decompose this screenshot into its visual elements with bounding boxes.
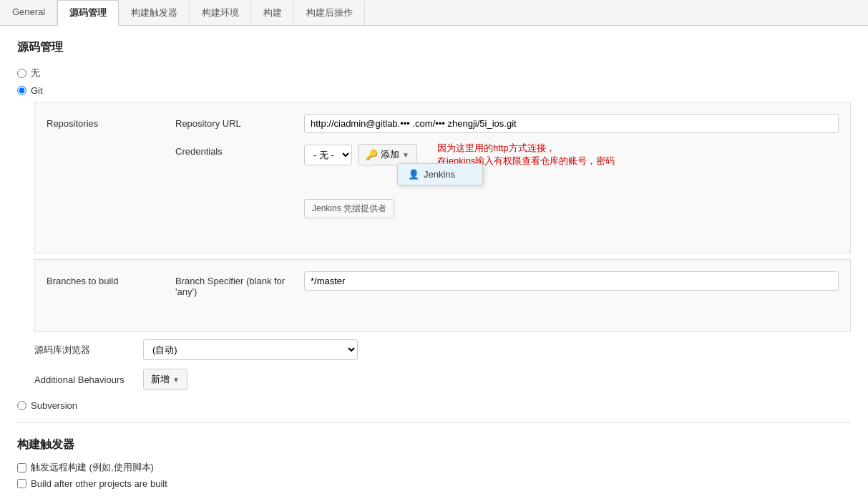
key-icon: 🔑 — [366, 149, 378, 160]
comment-line1: 因为这里用的http方式连接， — [437, 142, 615, 155]
source-browser-select[interactable]: (自动) — [143, 339, 358, 360]
credentials-input-row: - 无 - 🔑 添加 ▼ 因为这里用的http方式连接， — [304, 142, 839, 168]
git-panel: Repositories Repository URL Credentials — [34, 102, 851, 253]
branch-specifier-label: Branch Specifier (blank for 'any') — [175, 271, 304, 297]
content-area: 源码管理 无 Git Repositories Repository URL — [0, 26, 868, 504]
tab-post-build[interactable]: 构建后操作 — [294, 0, 365, 25]
tab-env[interactable]: 构建环境 — [190, 0, 251, 25]
radio-git-label[interactable]: Git — [31, 85, 43, 96]
radio-subversion-label[interactable]: Subversion — [31, 400, 77, 411]
remote-build-checkbox[interactable] — [17, 463, 26, 472]
radio-none-label[interactable]: 无 — [31, 67, 40, 79]
source-browser-label: 源码库浏览器 — [34, 344, 135, 357]
repositories-content: Repository URL Credentials - 无 - — [175, 114, 839, 230]
remote-build-label[interactable]: 触发远程构建 (例如,使用脚本) — [31, 461, 154, 474]
repositories-label: Repositories — [47, 114, 175, 129]
credentials-select[interactable]: - 无 - — [304, 145, 352, 165]
branch-specifier-input-wrap — [304, 271, 839, 291]
repositories-section: Repositories Repository URL Credentials — [47, 114, 839, 230]
radio-git-group: Git — [17, 85, 851, 96]
radio-none-group: 无 — [17, 67, 851, 79]
repo-url-label: Repository URL — [175, 114, 304, 129]
additional-behaviours-row: Additional Behaviours 新增 ▼ — [34, 369, 851, 390]
tab-source[interactable]: 源码管理 — [57, 0, 119, 26]
tab-general[interactable]: General — [0, 0, 57, 25]
branch-specifier-input[interactable] — [304, 271, 839, 291]
add-dropdown-arrow: ▼ — [402, 151, 409, 159]
add-credentials-button[interactable]: 🔑 添加 ▼ — [358, 144, 417, 165]
build-after-checkbox[interactable] — [17, 479, 26, 488]
branches-section: Branches to build Branch Specifier (blan… — [47, 271, 839, 309]
radio-git[interactable] — [17, 86, 26, 95]
source-browser-row: 源码库浏览器 (自动) — [34, 339, 851, 360]
branch-specifier-row: Branch Specifier (blank for 'any') — [175, 271, 839, 297]
new-dropdown-arrow: ▼ — [172, 376, 180, 384]
credentials-controls: - 无 - 🔑 添加 ▼ 因为这里用的http方式连接， — [304, 142, 839, 218]
repo-url-input-wrap — [304, 114, 839, 133]
source-management-title: 源码管理 — [17, 40, 851, 55]
radio-none[interactable] — [17, 69, 26, 78]
repo-url-row: Repository URL — [175, 114, 839, 133]
section-divider — [17, 422, 851, 423]
build-after-checkbox-row: Build after other projects are built — [17, 478, 851, 489]
radio-subversion[interactable] — [17, 401, 26, 410]
dropdown-jenkins-label: Jenkins — [424, 169, 455, 180]
credentials-dropdown-menu: 👤 Jenkins — [397, 163, 483, 185]
branches-panel: Branches to build Branch Specifier (blan… — [34, 259, 851, 332]
branches-label: Branches to build — [47, 271, 175, 286]
build-after-label[interactable]: Build after other projects are built — [31, 478, 167, 489]
dropdown-jenkins-item[interactable]: 👤 Jenkins — [398, 164, 482, 185]
add-button-label: 添加 — [381, 148, 399, 161]
branches-content: Branch Specifier (blank for 'any') — [175, 271, 839, 309]
subversion-radio-group: Subversion — [17, 400, 851, 411]
repo-url-input[interactable] — [304, 114, 839, 133]
jenkins-person-icon: 👤 — [408, 169, 419, 180]
additional-behaviours-label: Additional Behaviours — [34, 374, 135, 385]
remote-build-checkbox-row: 触发远程构建 (例如,使用脚本) — [17, 461, 851, 474]
credentials-label: Credentials — [175, 142, 304, 157]
new-behaviour-button[interactable]: 新增 ▼ — [143, 369, 187, 390]
build-trigger-title: 构建触发器 — [17, 437, 851, 452]
credentials-row: Credentials - 无 - 🔑 添加 ▼ — [175, 142, 839, 218]
jenkins-credentials-tooltip: Jenkins 凭据提供者 — [304, 199, 394, 218]
new-button-label: 新增 — [151, 373, 170, 386]
tabs-bar: General 源码管理 构建触发器 构建环境 构建 构建后操作 — [0, 0, 868, 26]
tab-trigger[interactable]: 构建触发器 — [119, 0, 190, 25]
tab-build[interactable]: 构建 — [251, 0, 294, 25]
